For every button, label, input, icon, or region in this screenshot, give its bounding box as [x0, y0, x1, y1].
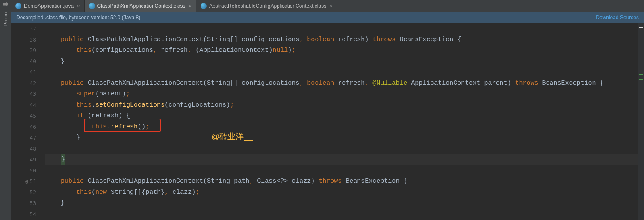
line-number: 44 — [11, 100, 37, 111]
line-number: 48 — [11, 143, 37, 155]
line-number: 43 — [11, 89, 37, 100]
line-number: @51 — [11, 176, 37, 187]
line-number: 37 — [11, 23, 37, 34]
tab-demoapplication[interactable]: DemoApplication.java × — [11, 0, 85, 12]
editor-minimap[interactable] — [638, 23, 644, 220]
tab-label: ClassPathXmlApplicationContext.class — [97, 3, 186, 9]
code-editor[interactable]: 3738394041424344454647484950@51525354 @砖… — [11, 23, 644, 220]
code-line[interactable]: } — [45, 132, 644, 143]
line-number: 46 — [11, 122, 37, 133]
tab-classpathxml[interactable]: ClassPathXmlApplicationContext.class × — [85, 0, 197, 12]
code-line[interactable]: } — [45, 56, 644, 67]
code-area[interactable]: @砖业洋__ public ClassPathXmlApplicationCon… — [41, 23, 644, 220]
line-number-gutter: 3738394041424344454647484950@51525354 — [11, 23, 41, 220]
code-line[interactable]: this.setConfigLocations(configLocations)… — [45, 100, 644, 111]
tab-label: AbstractRefreshableConfigApplicationCont… — [209, 3, 326, 9]
editor-tabs: DemoApplication.java × ClassPathXmlAppli… — [11, 0, 644, 12]
code-line[interactable] — [45, 23, 644, 34]
code-line[interactable] — [45, 67, 644, 78]
line-number: 40 — [11, 56, 37, 67]
line-number: 42 — [11, 78, 37, 89]
code-line[interactable] — [45, 209, 644, 220]
toolwindow-icon[interactable] — [3, 2, 9, 8]
line-number: 53 — [11, 198, 37, 209]
download-sources-link[interactable]: Download Sources — [596, 15, 639, 21]
code-line[interactable] — [45, 143, 644, 155]
close-icon[interactable]: × — [77, 3, 80, 9]
close-icon[interactable]: × — [189, 3, 192, 9]
class-file-icon — [89, 3, 95, 9]
override-gutter-mark[interactable]: @ — [25, 176, 28, 187]
code-line[interactable]: super(parent); — [45, 89, 644, 100]
close-icon[interactable]: × — [330, 3, 332, 9]
line-number: 50 — [11, 165, 37, 176]
decompiled-notification-bar: Decompiled .class file, bytecode version… — [11, 12, 644, 23]
watermark-text: @砖业洋__ — [211, 131, 253, 142]
java-file-icon — [15, 3, 21, 9]
decompiled-message: Decompiled .class file, bytecode version… — [16, 15, 140, 21]
tab-abstractrefreshable[interactable]: AbstractRefreshableConfigApplicationCont… — [196, 0, 337, 12]
code-line[interactable]: } — [45, 154, 644, 165]
toolwindow-label[interactable]: Project — [3, 11, 8, 26]
line-number: 49 — [11, 154, 37, 165]
code-line[interactable]: } — [45, 198, 644, 209]
highlight-box — [84, 119, 161, 132]
line-number: 38 — [11, 34, 37, 45]
line-number: 52 — [11, 187, 37, 198]
line-number: 54 — [11, 209, 37, 220]
class-file-icon — [201, 3, 207, 9]
line-number: 39 — [11, 45, 37, 56]
line-number: 41 — [11, 67, 37, 78]
tab-label: DemoApplication.java — [24, 3, 74, 9]
code-line[interactable]: this(configLocations, refresh, (Applicat… — [45, 45, 644, 56]
code-line[interactable]: this(new String[]{path}, clazz); — [45, 187, 644, 198]
code-line[interactable]: public ClassPathXmlApplicationContext(St… — [45, 78, 644, 89]
toolwindow-strip: Project — [0, 0, 11, 220]
code-line[interactable] — [45, 165, 644, 176]
line-number: 45 — [11, 110, 37, 122]
line-number: 47 — [11, 132, 37, 143]
code-line[interactable]: public ClassPathXmlApplicationContext(St… — [45, 176, 644, 187]
code-line[interactable]: public ClassPathXmlApplicationContext(St… — [45, 34, 644, 45]
